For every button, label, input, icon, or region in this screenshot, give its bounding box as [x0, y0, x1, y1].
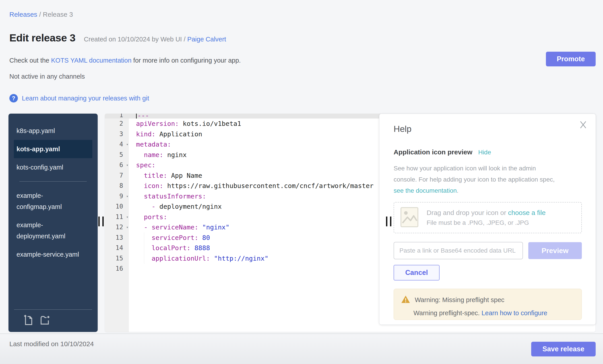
kots-yaml-doc-link[interactable]: KOTS YAML documentation	[51, 57, 132, 64]
git-releases-link[interactable]: Learn about managing your releases with …	[22, 95, 149, 102]
line-number[interactable]: 14	[105, 243, 129, 253]
preflight-warning-box: Warning: Missing preflight spec Warning …	[394, 289, 582, 320]
close-icon[interactable]	[578, 120, 588, 129]
line-number[interactable]: 6▾	[105, 160, 129, 170]
line-number[interactable]: 4▾	[105, 139, 129, 150]
warning-detail: Warning preflight-spec. Learn how to con…	[413, 309, 582, 317]
title-row: Edit release 3 Created on 10/10/2024 by …	[9, 32, 226, 44]
fold-arrow-icon[interactable]: ▾	[126, 160, 128, 170]
icon-preview-section-title: Application icon preview	[394, 148, 472, 156]
icon-dropzone[interactable]: Drag and drop your icon or choose a file…	[394, 202, 582, 233]
preview-button[interactable]: Preview	[528, 242, 582, 259]
docs-notice-pre: Check out the	[9, 57, 51, 64]
file-item[interactable]: example-deployment.yaml	[14, 216, 92, 245]
created-info: Created on 10/10/2024 by Web UI / Paige …	[84, 36, 226, 43]
dropzone-filetypes: File must be a .PNG, .JPEG, or .JPG	[427, 219, 546, 226]
icon-url-input[interactable]	[394, 242, 523, 259]
see-documentation-link[interactable]: see the documentation	[394, 187, 457, 194]
fold-arrow-icon[interactable]: ▾	[126, 212, 128, 222]
hide-link[interactable]: Hide	[478, 149, 491, 156]
sidebar-resize-handle[interactable]	[98, 217, 105, 226]
image-placeholder-icon	[400, 207, 418, 228]
choose-file-link[interactable]: choose a file	[508, 209, 545, 216]
line-number[interactable]: 3	[105, 129, 129, 139]
warning-detail-pre: Warning preflight-spec.	[413, 309, 481, 317]
help-body-end: .	[457, 187, 459, 194]
channel-status: Not active in any channels	[9, 73, 85, 80]
docs-notice: Check out the KOTS YAML documentation fo…	[9, 57, 241, 64]
indent-guide	[144, 232, 144, 264]
line-1-code: ---	[136, 114, 149, 119]
breadcrumb: Releases / Release 3	[9, 11, 73, 18]
help-body-line1: See how your application icon will look …	[394, 165, 536, 172]
line-number[interactable]: 11▾	[105, 212, 129, 222]
help-body-text: See how your application icon will look …	[394, 163, 574, 196]
file-item[interactable]: example-service.yaml	[14, 245, 92, 264]
cancel-button[interactable]: Cancel	[394, 265, 440, 280]
warning-triangle-icon	[401, 295, 410, 305]
docs-notice-post: for more info on configuring your app.	[132, 57, 241, 64]
file-tree-sidebar: k8s-app.yamlkots-app.yamlkots-config.yam…	[9, 114, 98, 332]
line-number[interactable]: 16	[105, 264, 129, 274]
fold-arrow-icon[interactable]: ▾	[126, 191, 128, 202]
help-panel-resize-handle[interactable]	[386, 217, 393, 226]
help-panel: Help Application icon preview Hide See h…	[379, 114, 596, 325]
dropzone-text-pre: Drag and drop your icon or	[427, 209, 508, 216]
line-number[interactable]: 10	[105, 201, 129, 212]
line-number[interactable]: 13	[105, 232, 129, 243]
breadcrumb-separator: /	[37, 11, 43, 18]
gutter-rows: 234▾56▾789▾1011▾12▾13141516	[105, 119, 129, 274]
file-item[interactable]: example-configmap.yaml	[14, 187, 92, 216]
page-title: Edit release 3	[9, 32, 75, 44]
line-number[interactable]: 5	[105, 150, 129, 160]
file-item[interactable]: kots-config.yaml	[14, 158, 92, 176]
line-number[interactable]: 8	[105, 181, 129, 191]
git-help-row: ? Learn about managing your releases wit…	[9, 94, 149, 102]
line-number[interactable]: 15	[105, 253, 129, 264]
breadcrumb-releases-link[interactable]: Releases	[9, 11, 37, 18]
author-link[interactable]: Paige Calvert	[187, 36, 226, 43]
text-cursor	[136, 114, 137, 119]
help-panel-title: Help	[394, 124, 411, 134]
new-file-icon[interactable]	[22, 314, 34, 327]
sidebar-bottom	[9, 309, 98, 332]
warning-title: Warning: Missing preflight spec	[415, 296, 504, 304]
file-item[interactable]: k8s-app.yaml	[14, 122, 92, 140]
editor-gutter[interactable]: 234▾56▾789▾1011▾12▾13141516	[105, 114, 129, 332]
new-folder-icon[interactable]	[39, 314, 52, 327]
line-number[interactable]: 2	[105, 119, 129, 129]
fold-arrow-icon[interactable]: ▾	[126, 139, 128, 150]
save-release-button[interactable]: Save release	[531, 342, 596, 356]
line-number[interactable]: 7	[105, 170, 129, 181]
dropzone-text: Drag and drop your icon or choose a file	[427, 209, 546, 217]
file-group-divider	[19, 181, 87, 182]
promote-button[interactable]: Promote	[546, 52, 596, 66]
fold-arrow-icon[interactable]: ▾	[126, 222, 128, 232]
file-item[interactable]: kots-app.yaml	[14, 140, 92, 158]
sidebar-divider	[14, 309, 92, 310]
created-text: Created on 10/10/2024 by Web UI /	[84, 36, 187, 43]
file-list: k8s-app.yamlkots-app.yamlkots-config.yam…	[9, 114, 98, 264]
breadcrumb-current: Release 3	[43, 11, 73, 18]
last-modified-text: Last modified on 10/10/2024	[9, 340, 94, 348]
learn-configure-link[interactable]: Learn how to configure	[481, 309, 547, 317]
line-number[interactable]: 12▾	[105, 222, 129, 232]
question-mark-icon: ?	[9, 94, 18, 102]
help-body-line2: console. For help adding your icon to th…	[394, 176, 555, 183]
line-number-1: 1	[105, 114, 129, 119]
footer-bar: Last modified on 10/10/2024 Save release	[0, 333, 603, 364]
line-number[interactable]: 9▾	[105, 191, 129, 202]
